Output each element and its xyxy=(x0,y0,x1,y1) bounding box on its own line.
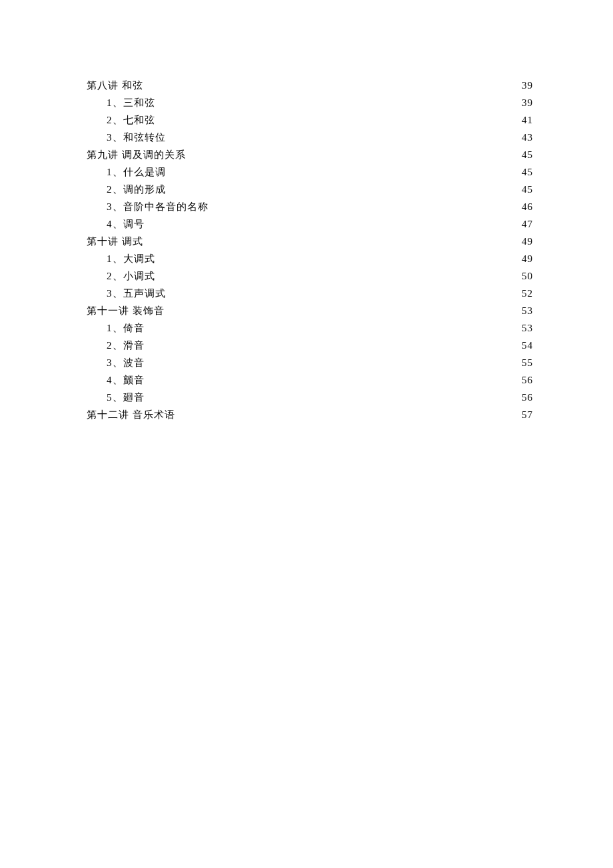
toc-entry-page: 56 xyxy=(522,371,533,389)
toc-entry-label: 5、廻音 xyxy=(107,389,145,406)
toc-entry-page: 49 xyxy=(522,233,533,250)
toc-entry-page: 55 xyxy=(522,354,533,371)
toc-entry-page: 45 xyxy=(522,163,533,181)
toc-entry-label: 1、倚音 xyxy=(107,319,145,337)
toc-entry-page: 53 xyxy=(522,319,533,337)
toc-page: 第八讲 和弦391、三和弦392、七和弦413、和弦转位43第九讲 调及调的关系… xyxy=(0,0,613,423)
toc-entry: 2、七和弦41 xyxy=(87,111,533,129)
toc-entry-label: 2、调的形成 xyxy=(107,181,166,198)
toc-entry-page: 47 xyxy=(522,215,533,233)
toc-entry: 1、大调式49 xyxy=(87,250,533,267)
toc-entry-page: 54 xyxy=(522,337,533,354)
toc-entry: 3、音阶中各音的名称46 xyxy=(87,198,533,215)
toc-entry: 4、颤音56 xyxy=(87,371,533,389)
toc-entry-label: 第九讲 调及调的关系 xyxy=(87,146,186,163)
toc-entry: 3、波音55 xyxy=(87,354,533,371)
toc-entry-label: 2、小调式 xyxy=(107,267,155,285)
toc-entry: 第九讲 调及调的关系45 xyxy=(87,146,533,163)
toc-entry-label: 3、波音 xyxy=(107,354,145,371)
toc-entry: 4、调号47 xyxy=(87,215,533,233)
toc-entry-page: 50 xyxy=(522,267,533,285)
toc-entry: 1、倚音53 xyxy=(87,319,533,337)
toc-entry-label: 3、五声调式 xyxy=(107,285,166,302)
toc-entry-label: 3、和弦转位 xyxy=(107,129,166,146)
toc-entry-page: 45 xyxy=(522,146,533,163)
toc-entry: 第十讲 调式49 xyxy=(87,233,533,250)
toc-entry: 2、调的形成45 xyxy=(87,181,533,198)
table-of-contents: 第八讲 和弦391、三和弦392、七和弦413、和弦转位43第九讲 调及调的关系… xyxy=(87,77,533,423)
toc-entry-label: 4、颤音 xyxy=(107,371,145,389)
toc-entry-label: 4、调号 xyxy=(107,215,145,233)
toc-entry-page: 52 xyxy=(522,285,533,302)
toc-entry-page: 53 xyxy=(522,302,533,319)
toc-entry-label: 第十讲 调式 xyxy=(87,233,143,250)
toc-entry-page: 45 xyxy=(522,181,533,198)
toc-entry-label: 3、音阶中各音的名称 xyxy=(107,198,209,215)
toc-entry: 第十二讲 音乐术语57 xyxy=(87,406,533,423)
toc-entry-page: 39 xyxy=(522,77,533,94)
toc-entry-label: 第十二讲 音乐术语 xyxy=(87,406,175,423)
toc-entry-page: 56 xyxy=(522,389,533,406)
toc-entry-label: 2、滑音 xyxy=(107,337,145,354)
toc-entry: 第八讲 和弦39 xyxy=(87,77,533,94)
toc-entry-label: 2、七和弦 xyxy=(107,111,155,129)
toc-entry-page: 43 xyxy=(522,129,533,146)
toc-entry-label: 第十一讲 装饰音 xyxy=(87,302,165,319)
toc-entry-page: 41 xyxy=(522,111,533,129)
toc-entry-label: 1、什么是调 xyxy=(107,163,166,181)
toc-entry-label: 第八讲 和弦 xyxy=(87,77,143,94)
toc-entry: 第十一讲 装饰音53 xyxy=(87,302,533,319)
toc-entry-page: 49 xyxy=(522,250,533,267)
toc-entry: 2、滑音54 xyxy=(87,337,533,354)
toc-entry: 3、和弦转位43 xyxy=(87,129,533,146)
toc-entry: 3、五声调式52 xyxy=(87,285,533,302)
toc-entry: 5、廻音56 xyxy=(87,389,533,406)
toc-entry-label: 1、三和弦 xyxy=(107,94,155,111)
toc-entry: 2、小调式50 xyxy=(87,267,533,285)
toc-entry: 1、什么是调45 xyxy=(87,163,533,181)
toc-entry: 1、三和弦39 xyxy=(87,94,533,111)
toc-entry-page: 57 xyxy=(522,406,533,423)
toc-entry-page: 46 xyxy=(522,198,533,215)
toc-entry-page: 39 xyxy=(522,94,533,111)
toc-entry-label: 1、大调式 xyxy=(107,250,155,267)
